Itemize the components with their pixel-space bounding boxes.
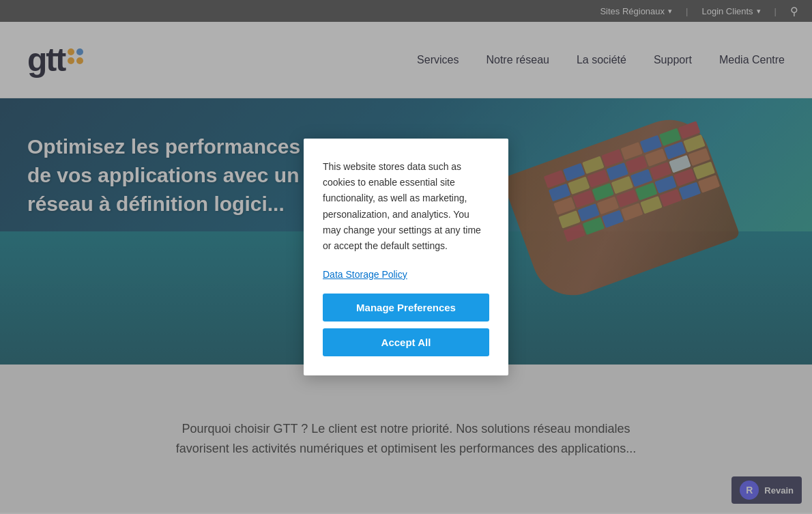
accept-all-button[interactable]: Accept All	[323, 328, 489, 356]
cookie-overlay: This website stores data such as cookies…	[0, 0, 812, 514]
cookie-dialog: This website stores data such as cookies…	[304, 139, 508, 375]
cookie-policy-link[interactable]: Data Storage Policy	[323, 269, 489, 280]
cookie-body-text: This website stores data such as cookies…	[323, 159, 489, 254]
manage-preferences-button[interactable]: Manage Preferences	[323, 294, 489, 322]
